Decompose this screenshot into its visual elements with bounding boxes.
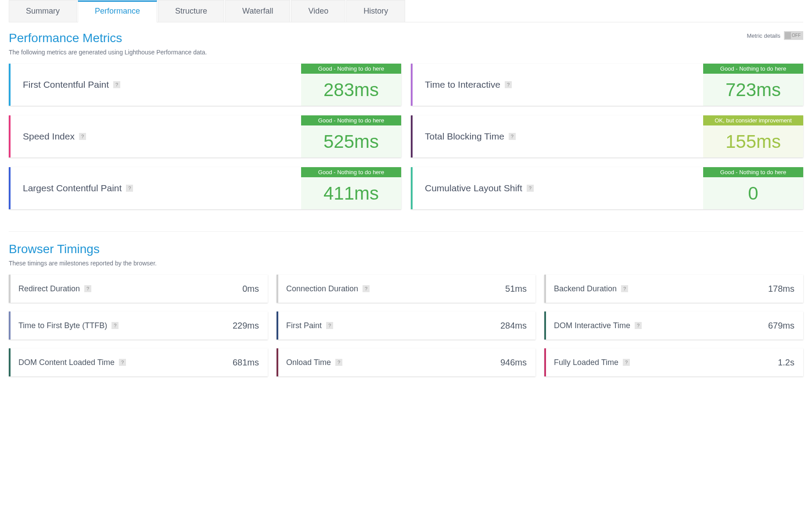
timing-name: DOM Interactive Time [554, 321, 630, 330]
metric-label: First Contentful Paint? [11, 64, 301, 106]
help-icon[interactable]: ? [113, 81, 120, 88]
browser-timings-desc: These timings are milestones reported by… [9, 260, 803, 267]
metric-value: 0 [703, 177, 803, 209]
timing-name: Time to First Byte (TTFB) [18, 321, 107, 330]
timing-card: Connection Duration?51ms [277, 275, 535, 303]
tabs: SummaryPerformanceStructureWaterfallVide… [9, 0, 803, 22]
help-icon[interactable]: ? [335, 359, 342, 366]
timing-card: Backend Duration?178ms [544, 275, 803, 303]
help-icon[interactable]: ? [126, 185, 133, 192]
metric-name: Cumulative Layout Shift [425, 183, 522, 193]
metric-value-box: OK, but consider improvement155ms [703, 115, 803, 157]
timing-value: 679ms [768, 321, 794, 331]
metric-details-toggle[interactable]: OFF [784, 31, 803, 40]
metric-label: Time to Interactive? [413, 64, 703, 106]
timing-value: 946ms [500, 358, 527, 368]
metric-card: Time to Interactive?Good - Nothing to do… [411, 64, 803, 106]
timing-value: 1.2s [778, 358, 794, 368]
help-icon[interactable]: ? [84, 285, 91, 292]
metric-value-box: Good - Nothing to do here283ms [301, 64, 401, 106]
metric-label: Largest Contentful Paint? [11, 167, 301, 209]
tab-structure[interactable]: Structure [158, 0, 224, 22]
timing-card: DOM Interactive Time?679ms [544, 311, 803, 340]
timing-name: Fully Loaded Time [554, 358, 618, 367]
timing-label: DOM Content Loaded Time? [11, 358, 126, 367]
tab-history[interactable]: History [346, 0, 405, 22]
help-icon[interactable]: ? [635, 322, 642, 329]
timing-label: First Paint? [278, 321, 333, 330]
help-icon[interactable]: ? [79, 133, 86, 140]
browser-timings-title: Browser Timings [9, 242, 803, 256]
metric-status: Good - Nothing to do here [301, 167, 401, 177]
metric-card: Cumulative Layout Shift?Good - Nothing t… [411, 167, 803, 209]
tab-waterfall[interactable]: Waterfall [225, 0, 290, 22]
help-icon[interactable]: ? [119, 359, 126, 366]
metric-value: 411ms [301, 177, 401, 209]
metric-value-box: Good - Nothing to do here525ms [301, 115, 401, 157]
timing-label: Backend Duration? [546, 284, 628, 293]
timing-card: Time to First Byte (TTFB)?229ms [9, 311, 268, 340]
metric-name: Time to Interactive [425, 79, 500, 90]
timing-label: Fully Loaded Time? [546, 358, 630, 367]
timing-name: DOM Content Loaded Time [18, 358, 115, 367]
timing-card: Onload Time?946ms [277, 348, 535, 376]
tab-summary[interactable]: Summary [9, 0, 77, 22]
metric-name: First Contentful Paint [23, 79, 109, 90]
toggle-label: Metric details [747, 32, 780, 39]
timing-name: Backend Duration [554, 284, 617, 293]
timing-value: 681ms [233, 358, 259, 368]
timing-label: DOM Interactive Time? [546, 321, 642, 330]
metric-name: Total Blocking Time [425, 131, 504, 142]
timing-label: Connection Duration? [278, 284, 370, 293]
metric-value: 155ms [703, 125, 803, 157]
timing-label: Time to First Byte (TTFB)? [11, 321, 119, 330]
timing-name: Redirect Duration [18, 284, 80, 293]
metric-value: 723ms [703, 74, 803, 106]
metric-value: 525ms [301, 125, 401, 157]
metric-label: Speed Index? [11, 115, 301, 157]
help-icon[interactable]: ? [505, 81, 512, 88]
perf-metrics-title: Performance Metrics [9, 31, 207, 45]
help-icon[interactable]: ? [111, 322, 119, 329]
metric-card: Speed Index?Good - Nothing to do here525… [9, 115, 401, 157]
metric-status: Good - Nothing to do here [703, 64, 803, 74]
metric-value-box: Good - Nothing to do here411ms [301, 167, 401, 209]
timings-grid: Redirect Duration?0msConnection Duration… [9, 275, 803, 376]
timing-value: 0ms [242, 284, 259, 294]
metric-label: Cumulative Layout Shift? [413, 167, 703, 209]
timing-label: Onload Time? [278, 358, 342, 367]
tab-video[interactable]: Video [291, 0, 345, 22]
metric-label: Total Blocking Time? [413, 115, 703, 157]
metric-value-box: Good - Nothing to do here0 [703, 167, 803, 209]
timing-value: 284ms [500, 321, 527, 331]
help-icon[interactable]: ? [621, 285, 628, 292]
timing-name: Onload Time [286, 358, 331, 367]
timing-card: Redirect Duration?0ms [9, 275, 268, 303]
divider [9, 231, 803, 232]
help-icon[interactable]: ? [363, 285, 370, 292]
metric-name: Speed Index [23, 131, 75, 142]
metric-card: First Contentful Paint?Good - Nothing to… [9, 64, 401, 106]
help-icon[interactable]: ? [509, 133, 516, 140]
metric-status: Good - Nothing to do here [703, 167, 803, 177]
help-icon[interactable]: ? [623, 359, 630, 366]
metric-value-box: Good - Nothing to do here723ms [703, 64, 803, 106]
metric-status: OK, but consider improvement [703, 115, 803, 125]
metric-name: Largest Contentful Paint [23, 183, 122, 193]
metric-card: Total Blocking Time?OK, but consider imp… [411, 115, 803, 157]
timing-card: First Paint?284ms [277, 311, 535, 340]
timing-value: 229ms [233, 321, 259, 331]
timing-value: 178ms [768, 284, 794, 294]
timing-value: 51ms [505, 284, 527, 294]
perf-metrics-desc: The following metrics are generated usin… [9, 49, 207, 56]
timing-card: Fully Loaded Time?1.2s [544, 348, 803, 376]
help-icon[interactable]: ? [527, 185, 534, 192]
help-icon[interactable]: ? [326, 322, 333, 329]
timing-name: First Paint [286, 321, 322, 330]
metric-status: Good - Nothing to do here [301, 64, 401, 74]
timing-label: Redirect Duration? [11, 284, 91, 293]
metric-status: Good - Nothing to do here [301, 115, 401, 125]
tab-performance[interactable]: Performance [78, 0, 157, 22]
metric-card: Largest Contentful Paint?Good - Nothing … [9, 167, 401, 209]
metrics-grid: First Contentful Paint?Good - Nothing to… [9, 64, 803, 209]
